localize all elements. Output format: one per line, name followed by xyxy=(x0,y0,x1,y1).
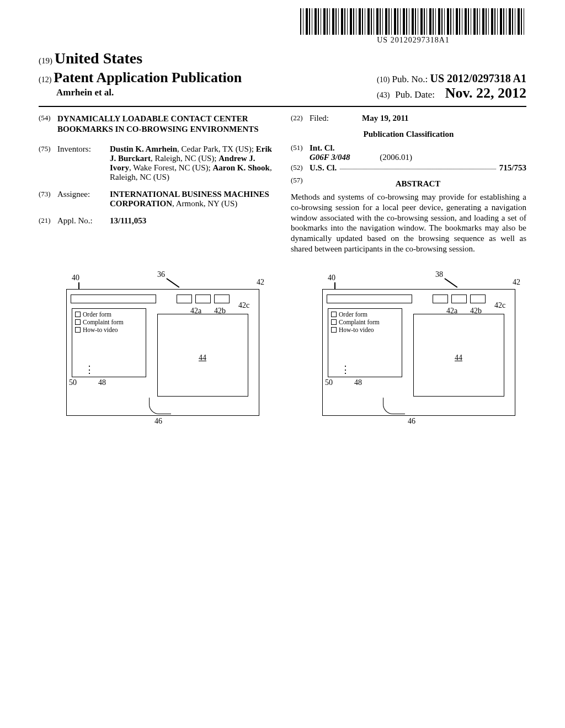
pub-no-value: US 2012/0297318 A1 xyxy=(430,72,526,84)
checkbox-icon xyxy=(75,312,81,317)
ref-44-r: 44 xyxy=(455,354,462,362)
inventors-label: Inventors: xyxy=(57,144,110,154)
ref-46-l: 46 xyxy=(154,417,162,426)
sidebar-label-2-r: How-to video xyxy=(339,326,374,333)
figures-block: 40 36 42 42a 42b 42c Order form Complain… xyxy=(39,268,526,422)
appl-label: Appl. No.: xyxy=(57,216,110,226)
checkbox-icon xyxy=(331,319,337,325)
publication-line: (12) Patent Application Publication Amrh… xyxy=(39,69,526,101)
sidebar-label-2: How-to video xyxy=(83,326,118,333)
abstract-heading: ABSTRACT xyxy=(310,179,526,189)
ref-38: 38 xyxy=(435,270,443,279)
uscl-row: (52) U.S. Cl. 715/753 xyxy=(291,163,526,173)
sidebar-item-l: How-to video xyxy=(75,326,143,333)
barcode-caption: US 20120297318A1 xyxy=(300,36,526,45)
ref-42-r: 42 xyxy=(513,278,520,287)
ref-40-l: 40 xyxy=(72,274,79,282)
tab-42b-l xyxy=(195,295,211,303)
appl-code: (21) xyxy=(39,216,57,225)
filed-value: May 19, 2011 xyxy=(362,114,526,123)
inventors-row: (75) Inventors: Dustin K. Amrhein, Cedar… xyxy=(39,144,274,182)
pub-left: (12) Patent Application Publication Amrh… xyxy=(39,69,242,98)
url-bar-r xyxy=(327,295,412,303)
ref-42-l: 42 xyxy=(257,278,264,287)
intcl-row: (51) Int. Cl. G06F 3/048 (2006.01) xyxy=(291,143,526,162)
intcl-code: (51) xyxy=(291,143,310,152)
tab-42a-r xyxy=(433,295,448,303)
ellipsis-icon: ⋮ xyxy=(84,368,94,371)
figure-38: 40 38 42 42a 42b 42c Order form Complain… xyxy=(295,268,526,422)
tab-42b-r xyxy=(451,295,467,303)
filed-label: Filed: xyxy=(310,114,362,123)
body-columns: (54) DYNAMICALLY LOADABLE CONTACT CENTER… xyxy=(39,114,526,254)
sidebar-label-0-r: Order form xyxy=(339,311,367,318)
abstract-code: (57) xyxy=(291,176,310,185)
assignee-row: (73) Assignee: INTERNATIONAL BUSINESS MA… xyxy=(39,190,274,208)
ellipsis-icon: ⋮ xyxy=(340,368,350,371)
inventors-code: (75) xyxy=(39,144,57,153)
ref-46-r: 46 xyxy=(408,417,415,426)
sidebar-item-l: Order form xyxy=(75,311,143,318)
checkbox-icon xyxy=(75,319,81,325)
title-row: (54) DYNAMICALLY LOADABLE CONTACT CENTER… xyxy=(39,114,274,135)
pub-date-label: Pub. Date: xyxy=(395,89,435,100)
pub-type: Patent Application Publication xyxy=(54,69,242,85)
tab-42c-r xyxy=(470,295,486,303)
pub-no-label: Pub. No.: xyxy=(392,74,428,84)
lead-46-l xyxy=(149,398,171,414)
sidebar-item-r: Order form xyxy=(331,311,399,318)
country-line: (19) United States xyxy=(39,50,526,67)
country-code: (19) xyxy=(39,56,52,65)
assignee-label: Assignee: xyxy=(57,190,110,199)
pub-type-code: (12) xyxy=(39,76,51,84)
assignee-code: (73) xyxy=(39,190,57,199)
header-divider xyxy=(39,106,526,107)
intcl-date: (2006.01) xyxy=(380,153,412,162)
sidebar-item-l: Complaint form xyxy=(75,319,143,325)
appl-no-row: (21) Appl. No.: 13/111,053 xyxy=(39,216,274,226)
ref-36: 36 xyxy=(157,270,165,279)
authors-line: Amrhein et al. xyxy=(56,87,242,98)
lead-38 xyxy=(445,278,458,287)
country-name: United States xyxy=(55,50,142,67)
sidebar-label-1-r: Complaint form xyxy=(339,319,380,325)
tabs-l xyxy=(177,295,230,303)
checkbox-icon xyxy=(331,327,337,333)
sidebar-item-r: Complaint form xyxy=(331,319,399,325)
left-column: (54) DYNAMICALLY LOADABLE CONTACT CENTER… xyxy=(39,114,274,254)
pub-date-value: Nov. 22, 2012 xyxy=(445,85,526,101)
ref-44-l: 44 xyxy=(199,354,206,362)
title-code: (54) xyxy=(39,114,57,122)
abstract-text: Methods and systems of co-browsing may p… xyxy=(291,192,526,254)
checkbox-icon xyxy=(331,312,337,317)
uscl-label: U.S. Cl. xyxy=(310,163,337,173)
patent-title: DYNAMICALLY LOADABLE CONTACT CENTER BOOK… xyxy=(57,114,274,135)
sidebar-r: Order form Complaint form How-to video ⋮ xyxy=(328,308,402,377)
uscl-value: 715/753 xyxy=(499,163,526,173)
lead-46-r xyxy=(383,398,405,414)
tabs-r xyxy=(433,295,486,303)
right-column: (22) Filed: May 19, 2011 Publication Cla… xyxy=(291,114,526,254)
ref-40-r: 40 xyxy=(328,274,335,282)
assignee-value: INTERNATIONAL BUSINESS MACHINES CORPORAT… xyxy=(110,190,274,208)
sidebar-l: Order form Complaint form How-to video ⋮ xyxy=(72,308,146,377)
filed-code: (22) xyxy=(291,114,310,122)
lead-36 xyxy=(167,278,180,287)
ref-42c-l: 42c xyxy=(238,301,249,310)
header-block: (19) United States (12) Patent Applicati… xyxy=(39,50,526,107)
url-bar-l xyxy=(71,295,156,303)
ref-42c-r: 42c xyxy=(494,301,505,310)
appl-value: 13/111,053 xyxy=(110,216,274,226)
figure-36: 40 36 42 42a 42b 42c Order form Complain… xyxy=(39,268,270,422)
abstract-heading-row: (57) ABSTRACT xyxy=(291,176,526,191)
ref-50-r: 50 xyxy=(325,378,333,387)
sidebar-item-r: How-to video xyxy=(331,326,399,333)
pub-right: (10) Pub. No.: US 2012/0297318 A1 (43) P… xyxy=(377,72,526,101)
ref-48-l: 48 xyxy=(98,378,106,387)
barcode-region: US 20120297318A1 xyxy=(300,8,526,45)
ref-50-l: 50 xyxy=(69,378,77,387)
tab-42a-l xyxy=(177,295,192,303)
pub-no-code: (10) xyxy=(377,76,390,84)
patent-page: US 20120297318A1 (19) United States (12)… xyxy=(0,0,565,422)
barcode-graphic xyxy=(300,8,526,35)
